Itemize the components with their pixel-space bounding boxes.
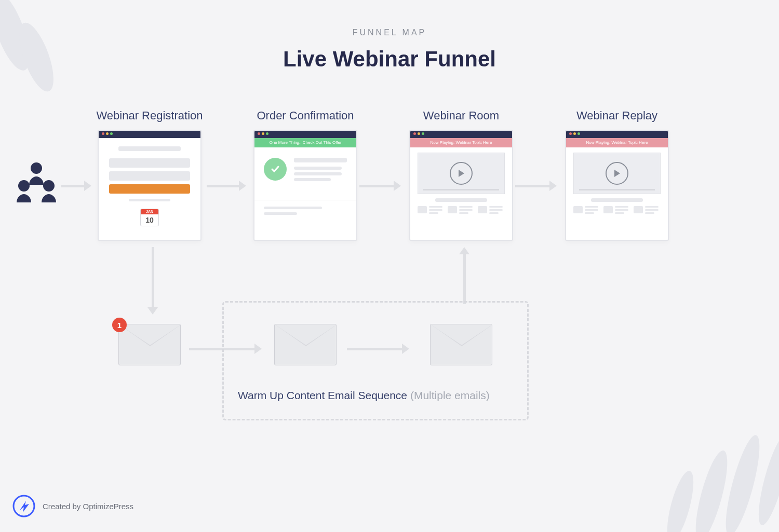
stage-label-registration: Webinar Registration [87,109,212,122]
arrow-audience-to-registration [61,181,91,191]
audience-icon [14,161,59,204]
svg-point-9 [43,180,55,192]
eyebrow-label: FUNNEL MAP [0,28,779,37]
arrow-between-sequence-emails [347,344,409,354]
sequence-label: Warm Up Content Email Sequence (Multiple… [238,389,490,402]
arrow-registration-to-email [147,247,158,315]
svg-point-3 [662,469,699,532]
stage-label-replay: Webinar Replay [560,109,674,122]
checkmark-icon [264,158,287,181]
email-confirmation: 1 [118,324,181,365]
video-player [418,153,505,194]
card-webinar-registration: JAN 10 [98,130,202,241]
optimizepress-logo-icon [12,495,35,517]
confirmation-banner: One More Thing...Check Out This Offer [254,138,356,147]
video-player-replay [573,153,661,194]
card-webinar-replay: Now Playing: Webinar Topic Here [565,130,669,241]
play-icon [450,162,473,185]
card-webinar-room: Now Playing: Webinar Topic Here [409,130,513,241]
stage-label-confirmation: Order Confirmation [248,109,362,122]
footer-credit: Created by OptimizePress [43,502,133,511]
arrow-registration-to-confirmation [207,181,246,191]
play-icon [606,162,628,185]
page-title: Live Webinar Funnel [0,47,779,72]
arrow-confirmation-to-room [359,181,401,191]
replay-banner: Now Playing: Webinar Topic Here [566,138,668,147]
cta-button-placeholder [109,184,190,194]
room-banner: Now Playing: Webinar Topic Here [410,138,512,147]
email-badge-count: 1 [112,318,127,332]
arrow-room-to-replay [515,181,557,191]
stage-label-room: Webinar Room [404,109,518,122]
card-order-confirmation: One More Thing...Check Out This Offer [253,130,357,241]
arrow-sequence-to-room [459,247,469,304]
calendar-icon: JAN 10 [140,209,159,226]
svg-point-8 [18,180,30,192]
email-sequence-item [274,324,337,365]
svg-point-7 [31,162,42,174]
email-sequence-item [430,324,492,365]
